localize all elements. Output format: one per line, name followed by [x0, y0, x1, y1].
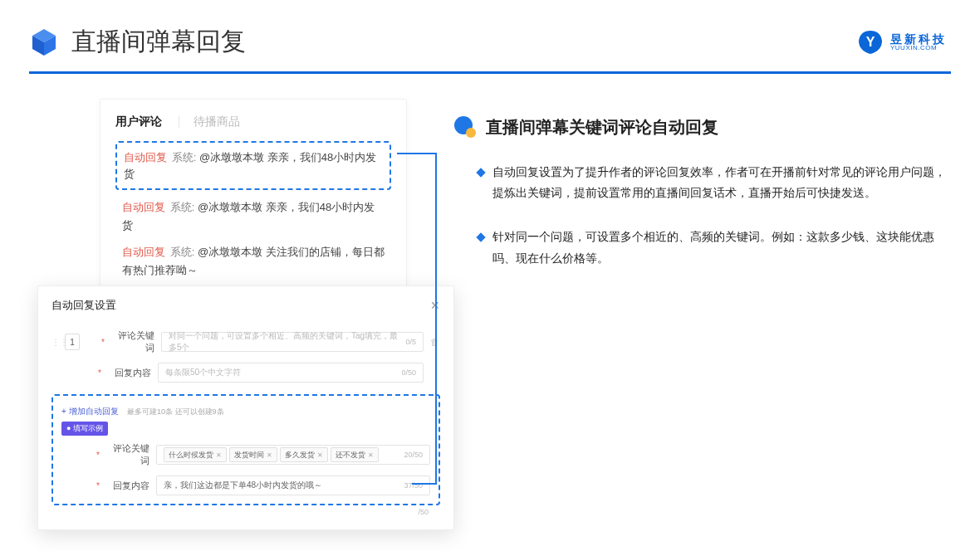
outer-count: /50: [51, 505, 440, 516]
diamond-bullet-icon: [476, 233, 485, 242]
required-star: *: [101, 338, 105, 347]
add-hint: 最多可建10条 还可以创建9条: [127, 407, 224, 416]
reply-count: 0/50: [401, 368, 416, 377]
delete-icon[interactable]: 🗑: [430, 337, 440, 347]
keyword-count: 0/5: [405, 338, 416, 346]
example-reply-input[interactable]: 亲，我们这边都是下单48小时内发货的哦～ 37/50: [156, 475, 430, 495]
tag-remove-icon[interactable]: ✕: [368, 451, 374, 459]
diamond-bullet-icon: [476, 168, 485, 177]
reply-row: * 回复内容 每条限50个中文字符 0/50: [51, 363, 440, 383]
tag-remove-icon[interactable]: ✕: [267, 451, 272, 459]
example-reply-row: * 回复内容 亲，我们这边都是下单48小时内发货的哦～ 37/50: [61, 475, 430, 495]
auto-reply-badge: 自动回复: [122, 201, 165, 213]
section-title: 直播间弹幕关键词评论自动回复: [486, 116, 718, 139]
tag-remove-icon[interactable]: ✕: [317, 451, 323, 459]
ex-reply-label: 回复内容: [106, 480, 149, 492]
keyword-label: 评论关键词: [111, 329, 154, 354]
bullet-list: 自动回复设置为了提升作者的评论回复效率，作者可在开播前针对常见的评论用户问题，提…: [453, 162, 947, 269]
ex-reply-value: 亲，我们这边都是下单48小时内发货的哦～: [164, 480, 322, 491]
brand-name-cn: 昱新科技: [890, 33, 947, 45]
keyword-input[interactable]: 对同一个问题，可设置多个相近、高频的关键词，Tag填完，最多5个 0/5: [161, 332, 424, 352]
bullet-text: 针对同一个问题，可设置多个相近的、高频的关键词。例如：这款多少钱、这块能优惠吗、…: [492, 227, 947, 268]
tag-chip[interactable]: 还不发货✕: [331, 447, 379, 462]
auto-reply-badge: 自动回复: [124, 151, 167, 163]
comment-item: 自动回复 系统: @冰墩墩本墩 亲亲，我们48小时内发货: [115, 198, 391, 235]
close-icon[interactable]: ✕: [430, 299, 440, 312]
bullet-text: 自动回复设置为了提升作者的评论回复效率，作者可在开播前针对常见的评论用户问题，提…: [492, 162, 947, 203]
example-box: + 增加自动回复 最多可建10条 还可以创建9条 ● 填写示例 * 评论关键词 …: [51, 394, 440, 505]
comments-panel: 用户评论 待播商品 自动回复 系统: @冰墩墩本墩 亲亲，我们48小时内发货 自…: [100, 99, 407, 299]
system-label: 系统:: [170, 201, 195, 213]
auto-reply-badge: 自动回复: [122, 246, 165, 258]
section-header: 直播间弹幕关键词评论自动回复: [453, 115, 947, 139]
example-keyword-input[interactable]: 什么时候发货✕发货时间✕多久发货✕还不发货✕ 20/50: [156, 445, 430, 465]
brand-name-en: YUUXIN.COM: [890, 45, 947, 51]
required-star: *: [96, 451, 100, 460]
page-header: 直播间弹幕回复 Y 昱新科技 YUUXIN.COM: [0, 0, 980, 71]
keyword-row: ⋮⋮ 1 * 评论关键词 对同一个问题，可设置多个相近、高频的关键词，Tag填完…: [51, 329, 440, 354]
svg-text:Y: Y: [866, 35, 875, 49]
cube-icon: [29, 27, 59, 57]
chat-bubble-icon: [453, 115, 476, 139]
highlighted-comment: 自动回复 系统: @冰墩墩本墩 亲亲，我们48小时内发货: [115, 141, 391, 190]
keyword-placeholder: 对同一个问题，可设置多个相近、高频的关键词，Tag填完，最多5个: [169, 330, 406, 354]
brand-icon: Y: [857, 29, 884, 56]
ex-kw-label: 评论关键词: [106, 442, 149, 467]
add-auto-reply-link[interactable]: + 增加自动回复: [61, 407, 119, 416]
tag-remove-icon[interactable]: ✕: [216, 451, 222, 459]
comment-tabs: 用户评论 待播商品: [115, 115, 391, 129]
tag-chip[interactable]: 什么时候发货✕: [164, 447, 227, 462]
ex-reply-count: 37/50: [404, 481, 423, 490]
drag-handle-icon[interactable]: ⋮⋮: [51, 338, 58, 347]
page-title: 直播间弹幕回复: [71, 25, 857, 59]
comment-item: 自动回复 系统: @冰墩墩本墩 关注我们的店铺，每日都有热门推荐呦～: [115, 243, 391, 280]
reply-input[interactable]: 每条限50个中文字符 0/50: [158, 363, 424, 383]
required-star: *: [98, 368, 101, 378]
tag-chip[interactable]: 多久发货✕: [280, 447, 328, 462]
example-keyword-row: * 评论关键词 什么时候发货✕发货时间✕多久发货✕还不发货✕ 20/50: [61, 442, 430, 467]
bullet-item: 针对同一个问题，可设置多个相近的、高频的关键词。例如：这款多少钱、这块能优惠吗、…: [478, 227, 947, 268]
tag-chip[interactable]: 发货时间✕: [229, 447, 277, 462]
right-column: 直播间弹幕关键词评论自动回复 自动回复设置为了提升作者的评论回复效率，作者可在开…: [453, 99, 980, 299]
tag-list: 什么时候发货✕发货时间✕多久发货✕还不发货✕: [164, 447, 381, 462]
tab-pending-products[interactable]: 待播商品: [179, 115, 240, 129]
auto-reply-settings-modal: 自动回复设置 ✕ ⋮⋮ 1 * 评论关键词 对同一个问题，可设置多个相近、高频的…: [37, 285, 454, 530]
bullet-item: 自动回复设置为了提升作者的评论回复效率，作者可在开播前针对常见的评论用户问题，提…: [478, 162, 947, 203]
left-column: 用户评论 待播商品 自动回复 系统: @冰墩墩本墩 亲亲，我们48小时内发货 自…: [0, 99, 424, 299]
reply-placeholder: 每条限50个中文字符: [165, 367, 241, 378]
modal-title: 自动回复设置: [51, 298, 116, 313]
reply-label: 回复内容: [108, 367, 151, 379]
brand-logo: Y 昱新科技 YUUXIN.COM: [857, 29, 947, 56]
required-star: *: [96, 481, 100, 490]
system-label: 系统:: [172, 151, 197, 163]
system-label: 系统:: [170, 246, 195, 258]
ex-kw-count: 20/50: [404, 451, 423, 459]
example-badge: ● 填写示例: [61, 422, 108, 436]
row-number: 1: [65, 334, 80, 350]
tab-user-comments[interactable]: 用户评论: [115, 115, 162, 129]
svg-point-5: [466, 128, 476, 138]
